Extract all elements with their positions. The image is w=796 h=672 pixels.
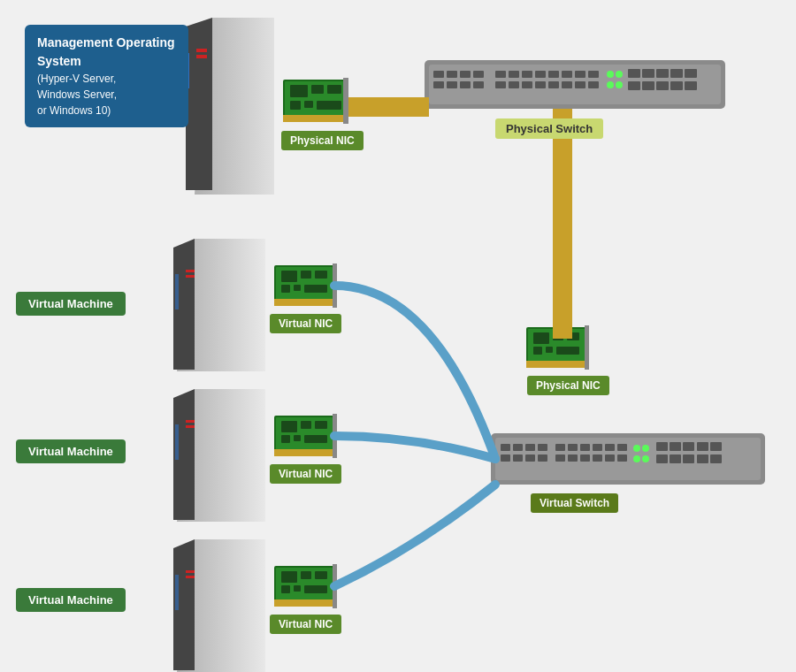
svg-rect-12	[522, 71, 532, 78]
svg-rect-95	[301, 571, 311, 579]
virtual-nic-2-label: Virtual NIC	[270, 464, 341, 484]
svg-point-29	[616, 81, 623, 88]
svg-rect-22	[548, 81, 559, 88]
svg-rect-120	[513, 454, 523, 462]
svg-rect-13	[535, 71, 546, 78]
svg-rect-90	[274, 449, 334, 456]
svg-rect-55	[283, 115, 347, 122]
svg-rect-49	[290, 85, 308, 97]
svg-rect-145	[670, 454, 681, 463]
svg-rect-74	[281, 271, 297, 282]
svg-rect-100	[274, 599, 334, 607]
svg-rect-96	[315, 571, 327, 579]
svg-rect-107	[533, 347, 542, 355]
virtual-switch-label: Virtual Switch	[531, 493, 618, 513]
svg-rect-89	[304, 435, 327, 443]
svg-rect-35	[628, 81, 640, 90]
svg-rect-51	[327, 85, 341, 94]
svg-rect-133	[605, 454, 615, 462]
svg-rect-54	[317, 101, 341, 110]
svg-rect-16	[575, 71, 586, 78]
svg-rect-9	[473, 81, 484, 88]
svg-rect-131	[580, 454, 590, 462]
svg-rect-31	[642, 69, 654, 78]
svg-rect-144	[656, 454, 668, 463]
svg-rect-125	[580, 444, 590, 451]
physical-nic-top-label: Physical NIC	[281, 131, 364, 150]
svg-rect-21	[535, 81, 546, 88]
vm2-label: Virtual Machine	[16, 439, 126, 463]
svg-rect-15	[562, 71, 572, 78]
svg-rect-129	[555, 454, 565, 462]
svg-rect-24	[575, 81, 586, 88]
svg-rect-11	[509, 71, 519, 78]
svg-rect-36	[642, 81, 654, 90]
svg-rect-18	[495, 81, 506, 88]
physical-switch-label: Physical Switch	[495, 118, 603, 139]
svg-rect-99	[304, 585, 327, 593]
svg-rect-87	[281, 435, 290, 443]
svg-rect-119	[501, 454, 510, 462]
svg-rect-141	[683, 442, 694, 451]
svg-rect-88	[294, 435, 301, 441]
virtual-nic-3-label: Virtual NIC	[270, 615, 341, 634]
mgmt-os-title: Management Operating System	[37, 34, 176, 71]
svg-rect-139	[656, 442, 668, 451]
svg-rect-32	[656, 69, 669, 78]
svg-rect-65	[186, 420, 195, 423]
svg-rect-64	[175, 424, 179, 460]
svg-rect-108	[546, 347, 553, 353]
svg-rect-69	[175, 575, 179, 610]
svg-rect-53	[304, 101, 313, 108]
svg-rect-50	[311, 85, 324, 94]
svg-rect-71	[186, 576, 195, 578]
svg-rect-34	[685, 69, 697, 78]
svg-rect-84	[281, 421, 297, 432]
svg-rect-80	[274, 299, 334, 306]
svg-rect-25	[588, 81, 599, 88]
svg-rect-59	[175, 274, 179, 309]
svg-point-28	[607, 81, 614, 88]
svg-rect-37	[656, 81, 669, 90]
svg-rect-77	[281, 285, 290, 293]
svg-rect-117	[525, 444, 535, 451]
svg-rect-142	[697, 442, 708, 451]
mgmt-os-subtitle: (Hyper-V Server,Windows Server,or Window…	[37, 71, 176, 118]
svg-rect-109	[556, 347, 579, 355]
svg-rect-44	[196, 49, 207, 52]
svg-rect-76	[315, 271, 327, 279]
svg-rect-60	[186, 270, 195, 272]
svg-rect-23	[562, 81, 572, 88]
svg-rect-38	[670, 81, 683, 90]
svg-rect-7	[447, 81, 457, 88]
svg-rect-104	[533, 332, 549, 344]
svg-rect-8	[460, 81, 471, 88]
svg-point-137	[633, 455, 640, 462]
svg-rect-52	[290, 101, 301, 110]
svg-rect-17	[588, 71, 599, 78]
svg-rect-122	[538, 454, 547, 462]
svg-rect-33	[670, 69, 683, 78]
svg-point-138	[642, 455, 649, 462]
svg-rect-19	[509, 81, 519, 88]
svg-rect-4	[460, 71, 471, 78]
virtual-nic-1-label: Virtual NIC	[270, 314, 341, 333]
svg-rect-10	[495, 71, 506, 78]
network-diagram: Management Operating System (Hyper-V Ser…	[0, 0, 796, 672]
svg-rect-124	[568, 444, 578, 451]
svg-rect-20	[522, 81, 532, 88]
svg-rect-3	[447, 71, 457, 78]
svg-rect-121	[525, 454, 535, 462]
svg-rect-30	[628, 69, 640, 78]
svg-point-26	[607, 71, 614, 78]
svg-rect-126	[593, 444, 602, 451]
svg-rect-134	[617, 454, 627, 462]
svg-rect-116	[513, 444, 523, 451]
svg-rect-39	[685, 81, 697, 90]
svg-rect-147	[697, 454, 708, 463]
svg-rect-115	[501, 444, 510, 451]
svg-rect-75	[301, 271, 311, 279]
svg-marker-42	[186, 18, 212, 190]
svg-rect-127	[605, 444, 615, 451]
svg-rect-111	[585, 325, 589, 370]
